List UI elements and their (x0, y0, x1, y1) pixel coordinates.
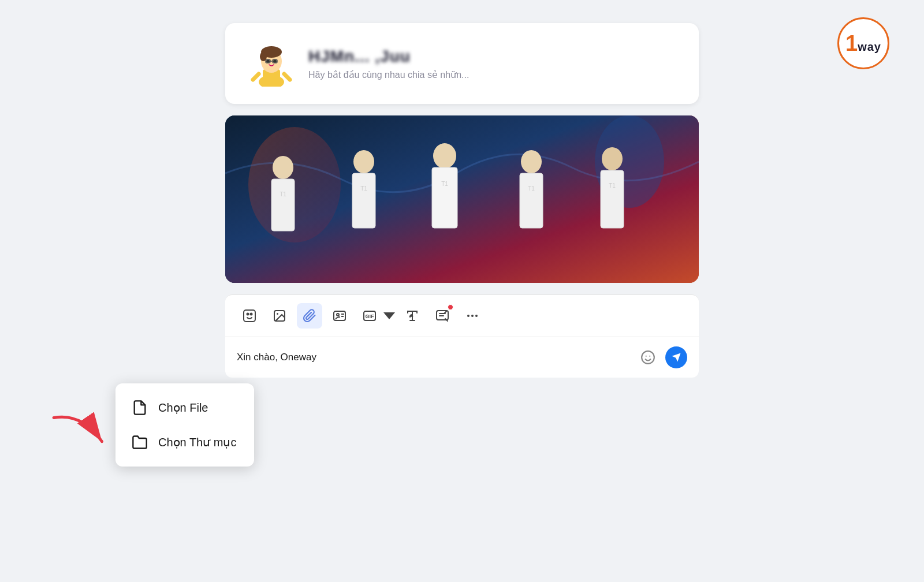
svg-rect-20 (352, 173, 375, 228)
input-area (225, 337, 699, 378)
image-button[interactable] (267, 303, 292, 329)
svg-point-19 (353, 150, 374, 173)
more-button[interactable] (460, 303, 485, 329)
gif-dropdown-button[interactable] (383, 303, 395, 329)
svg-point-44 (467, 315, 470, 317)
contact-button[interactable] (327, 303, 352, 329)
svg-text:T1: T1 (528, 185, 535, 192)
svg-rect-23 (432, 167, 457, 228)
file-icon (132, 400, 148, 416)
logo-text-way: way (858, 40, 881, 54)
send-button[interactable] (665, 346, 687, 368)
svg-text:T1: T1 (360, 185, 367, 192)
banner-image: T1 T1 T1 T1 (225, 115, 699, 283)
svg-point-47 (642, 351, 654, 364)
profile-subtitle: Hãy bắt đầu cùng nhau chia sẻ nhữn... (308, 69, 676, 80)
logo-number: 1 (845, 32, 858, 54)
svg-point-9 (273, 59, 277, 63)
context-menu: Chọn File Chọn Thư mục (116, 383, 254, 467)
svg-text:T1: T1 (609, 182, 616, 189)
profile-name: HJMn... ,Juu (308, 47, 676, 66)
choose-folder-label: Chọn Thư mục (158, 435, 236, 449)
svg-rect-29 (601, 170, 624, 228)
svg-point-46 (475, 315, 478, 317)
attach-button[interactable] (297, 303, 322, 329)
svg-rect-17 (271, 179, 295, 231)
gif-button[interactable]: GIF (357, 303, 382, 329)
svg-point-22 (433, 143, 456, 169)
menu-item-choose-file[interactable]: Chọn File (116, 390, 254, 425)
svg-point-16 (273, 156, 293, 179)
profile-info: HJMn... ,Juu Hãy bắt đầu cùng nhau chia … (308, 47, 676, 80)
avatar (248, 40, 295, 87)
svg-point-36 (277, 313, 278, 315)
svg-line-1 (253, 74, 259, 80)
sticker-button[interactable] (237, 303, 262, 329)
oneway-logo: 1 way (837, 17, 889, 69)
menu-item-choose-folder[interactable]: Chọn Thư mục (116, 425, 254, 460)
folder-icon (132, 434, 148, 450)
svg-point-33 (247, 314, 249, 315)
svg-rect-26 (520, 173, 543, 228)
toolbar: GIF (225, 294, 699, 337)
svg-text:T1: T1 (280, 191, 286, 197)
svg-point-28 (602, 147, 623, 170)
svg-rect-32 (244, 310, 255, 322)
red-arrow (47, 403, 112, 461)
svg-point-48 (646, 356, 647, 357)
emoji-button[interactable] (638, 347, 658, 368)
profile-card: HJMn... ,Juu Hãy bắt đầu cùng nhau chia … (225, 23, 699, 104)
svg-point-49 (649, 356, 650, 357)
text-format-button[interactable] (400, 303, 425, 329)
message-input[interactable] (237, 352, 631, 363)
svg-point-34 (251, 314, 252, 315)
choose-file-label: Chọn File (158, 401, 208, 415)
svg-point-25 (521, 150, 542, 173)
svg-text:T1: T1 (441, 181, 448, 187)
svg-text:GIF: GIF (366, 314, 375, 319)
svg-line-2 (284, 74, 290, 80)
svg-point-38 (337, 314, 339, 316)
svg-point-8 (266, 59, 270, 63)
quick-message-button[interactable] (430, 303, 455, 329)
svg-point-45 (471, 315, 474, 317)
